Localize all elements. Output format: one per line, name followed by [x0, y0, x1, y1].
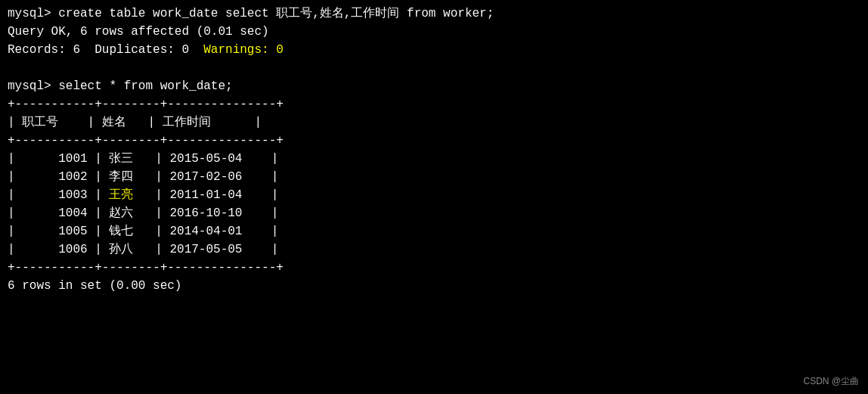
line-select: mysql> select * from work_date; — [8, 77, 860, 95]
line-records: Records: 6 Duplicates: 0 Warnings: 0 — [8, 41, 860, 59]
line-separator-top: +-----------+--------+---------------+ — [8, 95, 860, 113]
terminal-window: mysql> create table work_date select 职工号… — [0, 0, 868, 394]
table-row-2: | 1002 | 李四 | 2017-02-06 | — [8, 168, 860, 186]
table-row-3: | 1003 | 王亮 | 2011-01-04 | — [8, 186, 860, 204]
watermark: CSDN @尘曲 — [803, 374, 859, 388]
table-row-4: | 1004 | 赵六 | 2016-10-10 | — [8, 204, 860, 222]
line-query-ok: Query OK, 6 rows affected (0.01 sec) — [8, 23, 860, 41]
line-table-header: | 职工号 | 姓名 | 工作时间 | — [8, 113, 860, 132]
table-row-1: | 1001 | 张三 | 2015-05-04 | — [8, 150, 860, 168]
table-row-5: | 1005 | 钱七 | 2014-04-01 | — [8, 222, 860, 240]
line-blank — [8, 59, 860, 77]
line-separator-bottom: +-----------+--------+---------------+ — [8, 259, 860, 277]
line-row-count: 6 rows in set (0.00 sec) — [8, 277, 860, 295]
line-separator-mid: +-----------+--------+---------------+ — [8, 132, 860, 150]
line-create: mysql> create table work_date select 职工号… — [8, 5, 860, 23]
table-row-6: | 1006 | 孙八 | 2017-05-05 | — [8, 240, 860, 259]
